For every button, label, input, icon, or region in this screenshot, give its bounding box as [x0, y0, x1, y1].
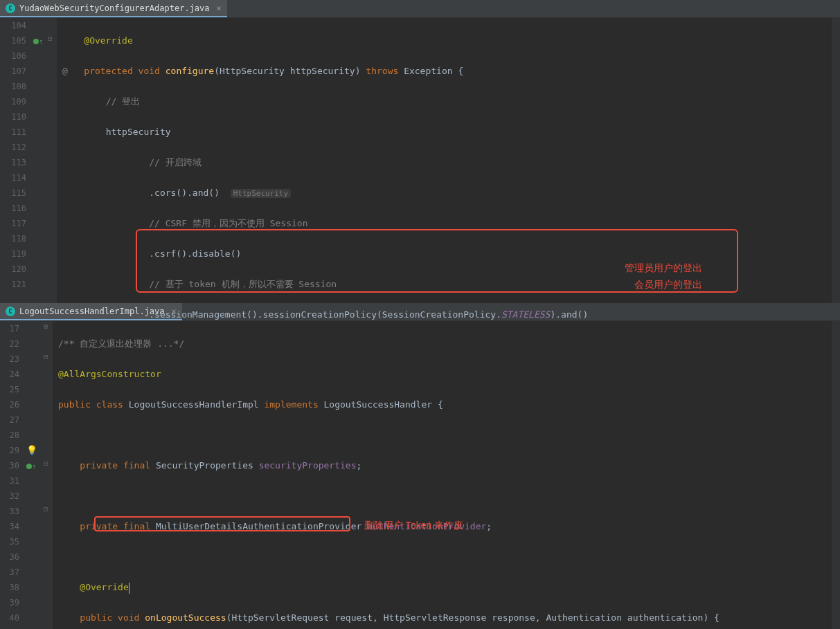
line-numbers-2: 17 22 23 24 25 26 27 28 29 30 31 32 33 3…: [0, 321, 26, 629]
vcs-marker-icon: [33, 39, 39, 44]
gutter-marks-1: ↑: [33, 18, 47, 303]
override-up-icon[interactable]: ↑: [39, 37, 43, 45]
annotation-member: 会员用户的登出: [634, 277, 702, 292]
editor-pane-2[interactable]: 17 22 23 24 25 26 27 28 29 30 31 32 33 3…: [0, 321, 840, 629]
fold-toggle-icon[interactable]: ⊞: [44, 322, 48, 330]
inlay-hint: HttpSecurity: [231, 189, 291, 198]
close-icon[interactable]: ×: [217, 3, 222, 13]
annotation-admin: 管理员用户的登出: [625, 260, 702, 275]
fold-toggle-icon[interactable]: ⊟: [44, 505, 48, 513]
editor-pane-1[interactable]: 104 105 106 107 108 109 110 111 112 113 …: [0, 18, 840, 303]
text-cursor: [129, 583, 129, 594]
java-class-icon: C: [6, 307, 15, 316]
file-tab-1[interactable]: C YudaoWebSecurityConfigurerAdapter.java…: [0, 0, 227, 17]
code-area-1[interactable]: @Override @ protected void configure(Htt…: [57, 18, 840, 303]
override-up-icon[interactable]: ↑: [32, 462, 36, 470]
fold-toggle-icon[interactable]: ⊟: [44, 459, 48, 467]
vcs-marker-icon: [26, 464, 32, 469]
fold-toggle-icon[interactable]: ⊟: [48, 35, 52, 42]
fold-column-1[interactable]: ⊟: [47, 18, 57, 303]
annotation-delete-token: 删除用户 Token 来作废: [364, 518, 463, 533]
fold-toggle-icon[interactable]: ⊟: [44, 353, 48, 361]
gutter-marks-2: 💡 ↑: [26, 321, 43, 629]
scroll-map-1[interactable]: [832, 18, 840, 303]
code-area-2[interactable]: /** 自定义退出处理器 ...*/ @AllArgsConstructor p…: [53, 321, 840, 629]
tab-filename: YudaoWebSecurityConfigurerAdapter.java: [19, 3, 210, 13]
scroll-map-2[interactable]: [832, 321, 840, 629]
lightbulb-icon[interactable]: 💡: [26, 445, 37, 455]
tab-bar-top: C YudaoWebSecurityConfigurerAdapter.java…: [0, 0, 840, 18]
fold-column-2[interactable]: ⊞ ⊟ ⊟ ⊟: [43, 321, 53, 629]
line-numbers-1: 104 105 106 107 108 109 110 111 112 113 …: [0, 18, 33, 303]
java-class-icon: C: [6, 3, 15, 13]
